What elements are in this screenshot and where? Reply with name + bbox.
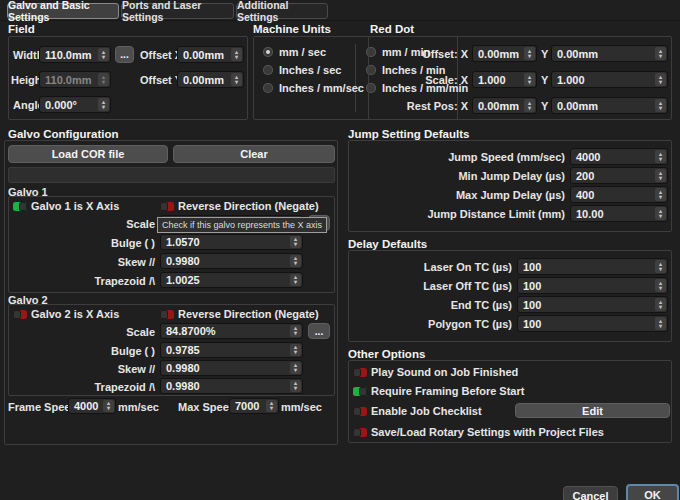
spinner-icon[interactable] <box>290 255 301 267</box>
galvo2-scale-field[interactable]: 84.8700% <box>160 323 303 339</box>
radio-inches-sec[interactable] <box>263 65 273 75</box>
reddot-offset-label: Offset: X <box>372 48 468 60</box>
radio-mm-sec[interactable] <box>263 47 273 57</box>
cor-file-field[interactable] <box>8 167 335 183</box>
galvo2-browse-button[interactable]: ... <box>308 323 330 339</box>
other-options-section-title: Other Options <box>348 348 425 360</box>
reddot-offset-x-field[interactable]: 0.00mm <box>472 45 537 62</box>
spinner-icon[interactable] <box>524 47 535 60</box>
jump-defaults-section-title: Jump Setting Defaults <box>348 128 469 140</box>
reddot-scale-y-field[interactable]: 1.000 <box>551 71 668 88</box>
max-speed-label: Max Speed <box>178 401 235 413</box>
angle-field[interactable]: 0.000° <box>39 96 111 113</box>
load-cor-file-button[interactable]: Load COR file <box>8 145 168 163</box>
spinner-icon[interactable] <box>290 362 301 374</box>
ok-button[interactable]: OK <box>626 484 679 500</box>
galvo1-skew-field[interactable]: 0.9980 <box>160 253 303 269</box>
polygon-tc-field[interactable]: 100 <box>517 315 668 332</box>
spinner-icon[interactable] <box>655 298 666 311</box>
reddot-restpos-y-field[interactable]: 0.00mm <box>551 97 668 114</box>
max-speed-field[interactable]: 7000 <box>229 398 279 414</box>
spinner-icon[interactable] <box>290 344 301 356</box>
rotary-settings-toggle[interactable] <box>353 428 367 437</box>
spinner-icon[interactable] <box>231 48 242 61</box>
clear-cor-button[interactable]: Clear <box>173 145 335 163</box>
max-speed-unit: mm/sec <box>281 401 322 413</box>
spinner-icon[interactable] <box>290 236 301 248</box>
spinner-icon[interactable] <box>290 325 301 337</box>
width-field[interactable]: 110.0mm <box>39 46 111 63</box>
offset-x-field[interactable]: 0.00mm <box>177 46 244 63</box>
min-jump-delay-field[interactable]: 200 <box>570 167 668 184</box>
jump-speed-field[interactable]: 4000 <box>570 148 668 165</box>
spinner-icon[interactable] <box>655 279 666 292</box>
tab-additional-settings[interactable]: Additional Settings <box>236 3 328 19</box>
galvo2-trapezoid-label: Trapezoid /\ <box>60 381 155 393</box>
jump-speed-label: Jump Speed (mm/sec) <box>360 151 565 163</box>
spinner-icon[interactable] <box>655 150 666 163</box>
laser-on-tc-field[interactable]: 100 <box>517 258 668 275</box>
spinner-icon[interactable] <box>98 98 109 111</box>
require-framing-toggle[interactable] <box>353 387 367 396</box>
radio-inches-sec-label: Inches / sec <box>279 64 341 76</box>
field-section-title: Field <box>8 23 35 35</box>
tab-ports-laser-settings[interactable]: Ports and Laser Settings <box>121 3 234 19</box>
reddot-scale-label: Scale: X <box>372 74 468 86</box>
spinner-icon[interactable] <box>655 169 666 182</box>
reddot-restpos-y-label: Y <box>541 100 548 112</box>
spinner-icon[interactable] <box>655 99 666 112</box>
end-tc-label: End TC (µs) <box>360 299 512 311</box>
tab-galvo-basic-settings[interactable]: Galvo and Basic Settings <box>7 3 119 19</box>
spinner-icon[interactable] <box>655 47 666 60</box>
jump-distance-limit-label: Jump Distance Limit (mm) <box>360 208 565 220</box>
spinner-icon[interactable] <box>290 274 301 286</box>
galvo1-trapezoid-field[interactable]: 1.0025 <box>160 272 303 288</box>
frame-speed-label: Frame Speed <box>8 401 77 413</box>
spinner-icon[interactable] <box>266 400 277 412</box>
galvo1-bulge-field[interactable]: 1.0570 <box>160 234 303 250</box>
galvo2-bulge-field[interactable]: 0.9785 <box>160 342 303 358</box>
galvo2-trapezoid-field[interactable]: 0.9980 <box>160 378 303 394</box>
play-sound-toggle[interactable] <box>353 368 367 377</box>
max-jump-delay-field[interactable]: 400 <box>570 186 668 203</box>
spinner-icon[interactable] <box>655 260 666 273</box>
galvo1-axis-tooltip: Check if this galvo represents the X axi… <box>157 217 327 233</box>
galvo1-bulge-label: Bulge ( ) <box>60 237 155 249</box>
field-browse-button[interactable]: ... <box>115 46 134 63</box>
radio-inches-mm-sec[interactable] <box>263 83 273 93</box>
spinner-icon[interactable] <box>655 73 666 86</box>
spinner-icon[interactable] <box>655 317 666 330</box>
spinner-icon[interactable] <box>655 207 666 220</box>
spinner-icon[interactable] <box>290 380 301 392</box>
galvo1-reverse-toggle[interactable] <box>160 202 174 211</box>
galvo2-skew-label: Skew // <box>60 363 155 375</box>
spinner-icon[interactable] <box>231 73 242 86</box>
radio-mm-sec-label: mm / sec <box>279 46 326 58</box>
device-settings-dialog: Galvo and Basic Settings Ports and Laser… <box>0 0 680 500</box>
spinner-icon <box>98 73 109 86</box>
galvo1-axis-toggle[interactable] <box>13 202 27 211</box>
frame-speed-field[interactable]: 4000 <box>68 398 116 414</box>
spinner-icon[interactable] <box>103 400 114 412</box>
reddot-offset-y-field[interactable]: 0.00mm <box>551 45 668 62</box>
galvo2-reverse-toggle[interactable] <box>160 310 174 319</box>
spinner-icon[interactable] <box>655 188 666 201</box>
galvo2-bulge-label: Bulge ( ) <box>60 345 155 357</box>
offset-y-field[interactable]: 0.00mm <box>177 71 244 88</box>
galvo2-skew-field[interactable]: 0.9980 <box>160 360 303 376</box>
edit-checklist-button[interactable]: Edit <box>515 403 670 418</box>
spinner-icon[interactable] <box>98 48 109 61</box>
galvo2-axis-toggle[interactable] <box>13 310 27 319</box>
spinner-icon[interactable] <box>524 99 535 112</box>
frame-speed-unit: mm/sec <box>118 401 159 413</box>
reddot-restpos-x-field[interactable]: 0.00mm <box>472 97 537 114</box>
spinner-icon[interactable] <box>524 73 535 86</box>
cancel-button[interactable]: Cancel <box>563 486 618 500</box>
jump-distance-limit-field[interactable]: 10.00 <box>570 205 668 222</box>
laser-off-tc-field[interactable]: 100 <box>517 277 668 294</box>
enable-job-checklist-toggle[interactable] <box>353 407 367 416</box>
end-tc-field[interactable]: 100 <box>517 296 668 313</box>
units-divider <box>355 44 356 112</box>
galvo1-trapezoid-label: Trapezoid /\ <box>60 275 155 287</box>
reddot-scale-x-field[interactable]: 1.000 <box>472 71 537 88</box>
